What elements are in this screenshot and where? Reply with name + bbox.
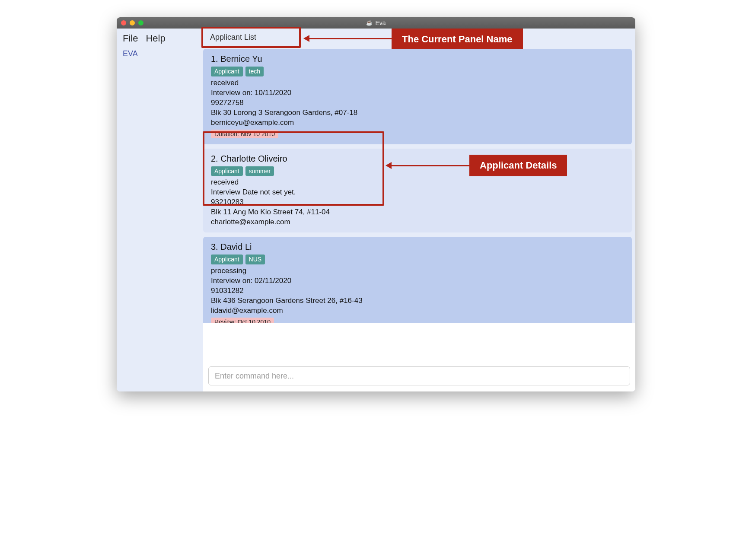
- panel-title: Applicant List: [201, 27, 301, 48]
- applicant-pill: Review: Oct 10 2010: [211, 318, 274, 323]
- main-panel: Applicant List The Current Panel Name 1.…: [203, 29, 635, 391]
- applicant-name: 3. David Li: [211, 241, 624, 253]
- applicant-tags: Applicanttech: [211, 67, 624, 76]
- command-input[interactable]: [208, 366, 630, 385]
- menu-file[interactable]: File: [123, 33, 138, 44]
- tag: Applicant: [211, 166, 243, 176]
- applicant-email: berniceyu@example.com: [211, 118, 624, 128]
- brand-label: EVA: [123, 49, 197, 58]
- annotation-arrow: [305, 38, 392, 39]
- applicant-phone: 91031282: [211, 286, 624, 296]
- menubar: File Help: [123, 33, 197, 44]
- window-title-text: Eva: [375, 19, 386, 26]
- tag: Applicant: [211, 67, 243, 76]
- applicant-card[interactable]: 1. Bernice YuApplicanttechreceivedInterv…: [203, 49, 632, 144]
- app-body: File Help EVA Applicant List The Current…: [117, 29, 635, 391]
- applicant-tags: ApplicantNUS: [211, 255, 624, 264]
- applicant-name: 1. Bernice Yu: [211, 53, 624, 65]
- sidebar: File Help EVA: [117, 29, 203, 391]
- titlebar: ☕ Eva: [117, 17, 635, 29]
- applicant-interview: Interview on: 02/11/2020: [211, 276, 624, 286]
- applicant-status: received: [211, 78, 624, 88]
- annotation-applicant-details: Applicant Details: [469, 155, 567, 176]
- annotation-panel-name: The Current Panel Name: [392, 29, 523, 50]
- tag: summer: [245, 166, 274, 176]
- annotation-arrow: [387, 165, 469, 166]
- applicant-list: 1. Bernice YuApplicanttechreceivedInterv…: [203, 49, 635, 323]
- window-title: ☕ Eva: [117, 19, 635, 26]
- applicant-card[interactable]: 2. Charlotte OliveiroApplicantsummerrece…: [203, 149, 632, 233]
- command-bar: [203, 362, 635, 391]
- blank-area: [203, 323, 635, 362]
- applicant-address: Blk 436 Serangoon Gardens Street 26, #16…: [211, 296, 624, 306]
- app-window: ☕ Eva File Help EVA Applicant List The C…: [117, 17, 635, 391]
- applicant-interview: Interview on: 10/11/2020: [211, 88, 624, 98]
- tag: tech: [245, 67, 264, 76]
- menu-help[interactable]: Help: [146, 33, 165, 44]
- applicant-email: lidavid@example.com: [211, 306, 624, 316]
- applicant-address: Blk 30 Lorong 3 Serangoon Gardens, #07-1…: [211, 108, 624, 118]
- applicant-phone: 93210283: [211, 197, 624, 207]
- applicant-pill: Duration: Nov 10 2010: [211, 130, 278, 139]
- applicant-status: processing: [211, 266, 624, 276]
- app-icon: ☕: [366, 20, 373, 26]
- applicant-status: received: [211, 178, 624, 188]
- applicant-phone: 99272758: [211, 98, 624, 108]
- tag: NUS: [245, 255, 265, 264]
- applicant-card[interactable]: 3. David LiApplicantNUSprocessingIntervi…: [203, 237, 632, 323]
- applicant-address: Blk 11 Ang Mo Kio Street 74, #11-04: [211, 207, 624, 217]
- applicant-interview: Interview Date not set yet.: [211, 188, 624, 197]
- tag: Applicant: [211, 255, 243, 264]
- applicant-email: charlotte@example.com: [211, 217, 624, 227]
